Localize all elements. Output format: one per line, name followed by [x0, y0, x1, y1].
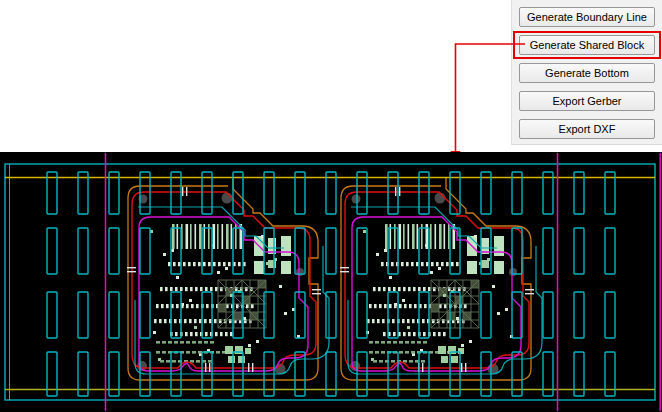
- highlight-box: Generate Shared Block: [513, 31, 661, 59]
- export-gerber-button[interactable]: Export Gerber: [519, 91, 655, 111]
- tooling-slot: [264, 172, 274, 214]
- tooling-slot: [543, 172, 553, 214]
- tooling-slot: [78, 292, 88, 338]
- tooling-slot: [574, 172, 584, 214]
- tooling-slot: [388, 292, 398, 338]
- tooling-slot: [605, 228, 615, 274]
- tooling-slot: [326, 172, 336, 214]
- pad-rows: [154, 262, 254, 336]
- pad-rows: [367, 262, 467, 336]
- tooling-slot: [419, 292, 429, 338]
- tooling-slot: [357, 292, 367, 338]
- tooling-slot: [47, 172, 57, 214]
- tooling-slot: [512, 172, 522, 214]
- mousebite-ticks: [127, 187, 321, 372]
- tooling-slot: [326, 292, 336, 338]
- tooling-slot: [419, 172, 429, 214]
- generate-boundary-line-button[interactable]: Generate Boundary Line: [519, 7, 655, 27]
- tooling-slot: [109, 228, 119, 274]
- smd-cluster: [254, 236, 291, 274]
- tooling-slot: [543, 228, 553, 274]
- tooling-slot: [543, 292, 553, 338]
- tooling-slot: [295, 228, 305, 274]
- fiducial-holes: [350, 193, 517, 375]
- tooling-slot: [109, 172, 119, 214]
- tooling-slot: [47, 228, 57, 274]
- tooling-slot: [171, 172, 181, 214]
- tooling-slot: [481, 292, 491, 338]
- tooling-slot: [264, 292, 274, 338]
- tooling-slot: [326, 228, 336, 274]
- generate-shared-block-button[interactable]: Generate Shared Block: [519, 35, 655, 55]
- tooling-slot: [78, 228, 88, 274]
- tooling-slot: [202, 172, 212, 214]
- scattered-pads: [150, 230, 300, 361]
- tooling-slot: [202, 292, 212, 338]
- tooling-slot: [78, 172, 88, 214]
- tooling-slot: [481, 172, 491, 214]
- tooling-slot: [140, 292, 150, 338]
- bga-grid-component: [218, 280, 266, 328]
- bga-grid-component: [431, 280, 479, 328]
- toolbar-panel: Generate Boundary Line Generate Shared B…: [511, 0, 662, 145]
- smd-cluster: [467, 236, 504, 274]
- generate-bottom-button[interactable]: Generate Bottom: [519, 63, 655, 83]
- mousebite-ticks: [340, 187, 534, 372]
- bottom-cluster: [225, 346, 251, 363]
- tooling-slot: [109, 292, 119, 338]
- tooling-slot: [171, 292, 181, 338]
- tooling-slot: [357, 172, 367, 214]
- tooling-slot: [295, 172, 305, 214]
- pcb-cad-canvas[interactable]: [0, 152, 662, 412]
- tooling-slot: [574, 228, 584, 274]
- tooling-slot: [140, 228, 150, 274]
- tooling-slot: [574, 292, 584, 338]
- tooling-slot: [605, 172, 615, 214]
- tooling-slot: [357, 228, 367, 274]
- export-dxf-button[interactable]: Export DXF: [519, 119, 655, 139]
- tooling-slot: [512, 228, 522, 274]
- tooling-slot: [388, 172, 398, 214]
- tooling-slot: [140, 172, 150, 214]
- tooling-slot: [605, 292, 615, 338]
- fiducial-holes: [137, 193, 304, 375]
- board-left: [127, 178, 329, 380]
- tooling-slot: [47, 292, 57, 338]
